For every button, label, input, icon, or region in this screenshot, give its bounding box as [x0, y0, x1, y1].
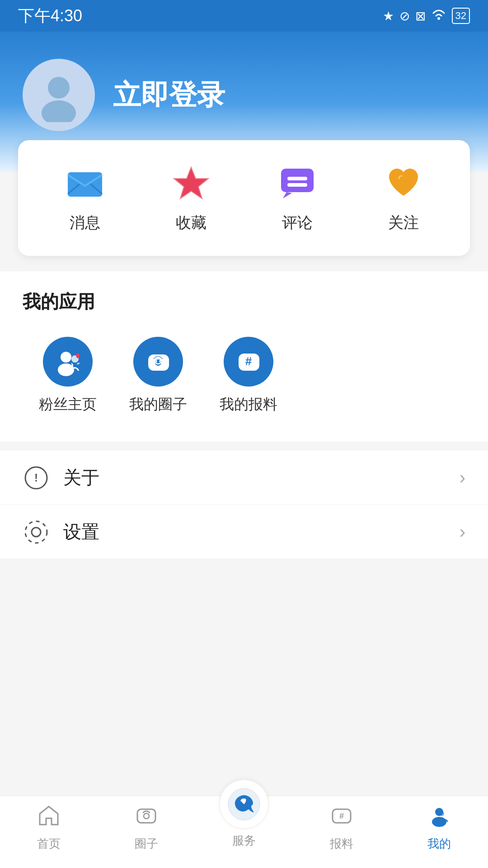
- my-apps-section: 我的应用 粉丝主页: [0, 271, 488, 442]
- home-icon: [37, 804, 61, 832]
- about-arrow: ›: [460, 467, 465, 488]
- report-label: 我的报料: [220, 395, 277, 415]
- svg-point-19: [32, 528, 41, 537]
- menu-about[interactable]: ! 关于 ›: [0, 451, 488, 505]
- quick-actions-card: 消息 收藏 评论 关注: [18, 140, 470, 256]
- follow-label: 关注: [388, 212, 419, 233]
- bluetooth-icon: ★: [383, 9, 394, 24]
- app-circle[interactable]: 我的圈子: [113, 337, 203, 415]
- app-report[interactable]: # 我的报料: [203, 337, 294, 415]
- report-icon: #: [224, 337, 273, 387]
- about-icon: !: [23, 464, 50, 491]
- messages-label: 消息: [70, 212, 100, 233]
- message-icon: [65, 163, 105, 203]
- nav-home[interactable]: 首页: [0, 804, 98, 852]
- mute-icon: ⊘: [399, 9, 410, 24]
- nav-service[interactable]: 服务: [195, 779, 293, 849]
- mine-icon: [427, 804, 451, 832]
- svg-text:#: #: [245, 354, 252, 368]
- service-center-button[interactable]: [219, 779, 269, 829]
- nav-quanzi[interactable]: 圈子: [98, 804, 195, 852]
- nav-mine[interactable]: 我的: [390, 804, 488, 852]
- svg-point-8: [61, 352, 71, 363]
- about-label: 关于: [63, 465, 460, 490]
- menu-settings[interactable]: 设置 ›: [0, 505, 488, 559]
- svg-point-27: [432, 817, 446, 827]
- svg-point-22: [144, 813, 149, 819]
- settings-label: 设置: [63, 519, 460, 544]
- quanzi-icon: [135, 804, 158, 832]
- favorites-label: 收藏: [176, 212, 206, 233]
- svg-marker-4: [174, 167, 208, 198]
- svg-text:#: #: [339, 811, 344, 821]
- svg-point-20: [25, 521, 47, 543]
- circle-icon: [133, 337, 183, 387]
- svg-text:!: !: [34, 472, 38, 484]
- svg-point-1: [48, 77, 70, 99]
- comment-icon: [277, 163, 318, 203]
- action-follow[interactable]: 关注: [383, 163, 424, 233]
- login-button[interactable]: 立即登录: [113, 76, 225, 114]
- baoliao-icon: #: [330, 804, 353, 832]
- svg-point-14: [159, 360, 161, 362]
- nav-quanzi-label: 圈子: [135, 836, 158, 852]
- svg-point-2: [42, 100, 76, 122]
- avatar[interactable]: [23, 59, 95, 131]
- action-favorites[interactable]: 收藏: [171, 163, 211, 233]
- svg-point-28: [440, 811, 444, 816]
- action-comments[interactable]: 评论: [277, 163, 318, 233]
- wifi-icon: [431, 8, 446, 24]
- apps-grid: 粉丝主页 我的圈子 #: [23, 337, 465, 424]
- settings-arrow: ›: [460, 522, 465, 542]
- svg-point-9: [58, 363, 74, 376]
- battery-icon: 32: [452, 8, 470, 24]
- heart-icon: [383, 163, 424, 203]
- nav-baoliao[interactable]: # 报料: [293, 804, 390, 852]
- svg-point-13: [155, 360, 157, 362]
- circle-label: 我的圈子: [129, 395, 187, 415]
- star-icon: [171, 163, 211, 203]
- profile-section[interactable]: 立即登录: [0, 32, 488, 145]
- svg-rect-6: [287, 177, 307, 180]
- status-icons: ★ ⊘ ⊠ 32: [383, 8, 470, 24]
- svg-rect-3: [68, 172, 102, 197]
- comments-label: 评论: [282, 212, 313, 233]
- close-icon: ⊠: [415, 9, 426, 24]
- nav-home-label: 首页: [37, 836, 61, 852]
- action-messages[interactable]: 消息: [65, 163, 105, 233]
- bottom-nav: 首页 圈子 服务 #: [0, 796, 488, 868]
- settings-icon: [23, 519, 50, 546]
- svg-point-0: [437, 17, 440, 20]
- nav-mine-label: 我的: [427, 836, 451, 852]
- svg-rect-7: [287, 183, 307, 187]
- app-fans[interactable]: 粉丝主页: [23, 337, 113, 415]
- fans-icon: [43, 337, 93, 387]
- nav-service-label: 服务: [232, 833, 256, 849]
- menu-section: ! 关于 › 设置 ›: [0, 451, 488, 559]
- my-apps-title: 我的应用: [23, 289, 465, 314]
- fans-label: 粉丝主页: [39, 395, 97, 415]
- status-bar: 下午4:30 ★ ⊘ ⊠ 32: [0, 0, 488, 32]
- nav-baoliao-label: 报料: [330, 836, 353, 852]
- status-time: 下午4:30: [18, 5, 82, 27]
